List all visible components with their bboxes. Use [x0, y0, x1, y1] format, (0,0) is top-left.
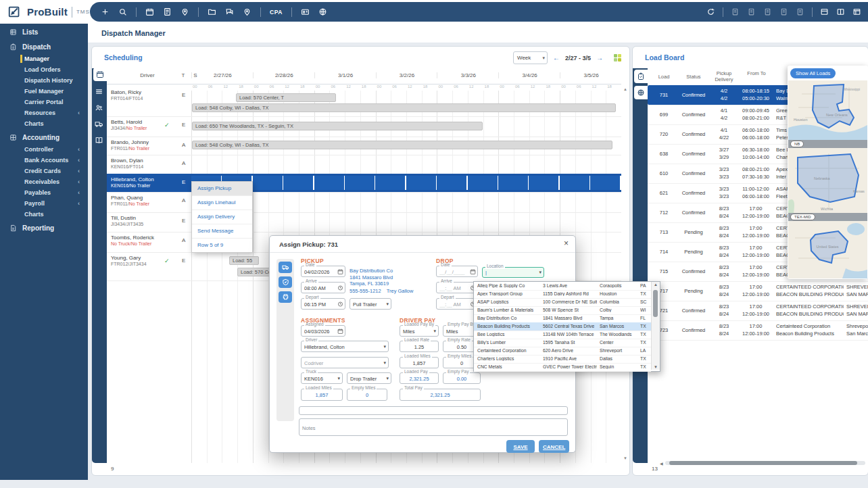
document-icon[interactable]: [763, 7, 772, 16]
sidebar-item-dispatch[interactable]: Dispatch: [0, 41, 88, 53]
grid-view-icon[interactable]: [614, 54, 621, 62]
view-select[interactable]: Week▾: [513, 51, 548, 64]
shield-button[interactable]: [279, 276, 292, 288]
window-layout-icon[interactable]: [852, 7, 861, 16]
cancel-button[interactable]: CANCEL: [539, 440, 569, 453]
sidebar-item-lists[interactable]: Lists: [0, 26, 88, 39]
codriver-select[interactable]: Codriver▾: [301, 357, 389, 368]
sidebar-item-payables[interactable]: Payables‹: [0, 187, 88, 198]
loads-tab[interactable]: [634, 70, 648, 83]
drop-depart-field[interactable]: Depart__:__ AM: [436, 298, 478, 310]
driver-row-brown-dylan[interactable]: Brown, Dylan KEN016/FT014A: [107, 155, 621, 174]
driver-row-brando-johnny[interactable]: Brando, Johnny FTR011/No TrailerALoad: 5…: [107, 137, 621, 155]
map-united-states[interactable]: United States: [788, 221, 867, 278]
globe-icon[interactable]: [318, 7, 327, 16]
load-bar[interactable]: Load: 548 Colby, WI - Dallas, TX: [192, 141, 612, 149]
sidebar-item-carrier-portal[interactable]: Carrier Portal: [0, 97, 88, 107]
sidebar-item-accounting[interactable]: Accounting: [0, 131, 88, 144]
loaded-pay-by-select[interactable]: Loaded Pay ByMiles▾: [400, 325, 439, 337]
scrollbar-thumb[interactable]: [653, 290, 658, 317]
dropdown-scrollbar[interactable]: ▲ ▼: [651, 282, 660, 370]
next-week-button[interactable]: →: [596, 55, 603, 62]
map-nebraska[interactable]: Nebraska Kansas Wichita: [788, 148, 867, 213]
sidebar-item-bank-accounts[interactable]: Bank Accounts‹: [0, 155, 88, 166]
save-button[interactable]: SAVE: [506, 440, 535, 453]
load-row-717[interactable]: 717 Pending 8/23 8/24 17:00 12:00-19:00 …: [648, 281, 868, 301]
context-menu-item-assign-linehaul[interactable]: Assign Linehaul: [192, 196, 252, 210]
book-icon[interactable]: [95, 136, 103, 145]
chat-icon[interactable]: [225, 7, 234, 16]
drop-location-select[interactable]: Location | ▾: [482, 267, 544, 278]
drop-date-field[interactable]: Date__/__/____: [436, 266, 478, 277]
drivers-icon[interactable]: [95, 103, 103, 112]
load-bar[interactable]: Load: 570 Center, T: [236, 93, 336, 102]
truck-select[interactable]: TruckKEN016▾: [301, 372, 343, 384]
sidebar-item-payroll[interactable]: Payroll‹: [0, 198, 88, 209]
document-icon[interactable]: [163, 7, 172, 16]
sidebar-item-charts[interactable]: Charts: [0, 209, 88, 220]
plus-icon[interactable]: [101, 7, 110, 16]
scrollbar-thumb[interactable]: [669, 461, 857, 465]
driver-row-baton-ricky[interactable]: Baton, Ricky FRT014/FT014ELoad: 570 Cent…: [107, 87, 621, 117]
selected-load-bar[interactable]: [191, 176, 621, 190]
document-icon[interactable]: [779, 7, 788, 16]
document-icon[interactable]: [796, 7, 804, 16]
driver-row-phan-quang[interactable]: Phan, Quang FTR011/No TrailerA: [107, 192, 621, 213]
id-card-icon[interactable]: [301, 7, 310, 16]
loaded-rate-field[interactable]: Loaded Rate1.25: [400, 341, 439, 352]
truck-button[interactable]: [279, 262, 292, 273]
panel-layout-icon[interactable]: [820, 7, 829, 16]
refresh-icon[interactable]: [706, 7, 715, 16]
driver-row-till-dustin[interactable]: Till, Dustin JI3434/JIT3435E: [107, 212, 621, 233]
assigned-date-field[interactable]: Assigned04/03/2026: [301, 325, 345, 337]
pickup-depart-field[interactable]: Depart06:15 PM: [301, 298, 345, 310]
context-menu-item-assign-pickup[interactable]: Assign Pickup: [192, 182, 252, 196]
load-bar[interactable]: Load: 650 The Woodlands, TX - Seguin, TX: [192, 122, 483, 130]
load-row-721[interactable]: 721 Confirmed 8/23 8/24 17:00 12:00-19:0…: [648, 301, 868, 321]
driver-select[interactable]: DriverHillebrand, Colton▾: [301, 341, 389, 352]
driver-row-hillebrand-colton[interactable]: Hillebrand, Colton KEN016/No TrailerE: [107, 174, 621, 193]
printer-button[interactable]: [279, 291, 292, 303]
menu-icon[interactable]: [95, 87, 103, 96]
location-option-cnc-metals[interactable]: CNC Metals GVEC Power Tower Electric V..…: [474, 363, 651, 372]
scroll-up-icon[interactable]: ▲: [654, 283, 658, 287]
scroll-left-icon[interactable]: ◀: [660, 461, 663, 466]
sidebar-item-load-orders[interactable]: Load Orders: [0, 64, 88, 75]
pickup-arrive-field[interactable]: Arrive08:00 AM: [301, 282, 345, 293]
sidebar-item-credit-cards[interactable]: Credit Cards‹: [0, 166, 88, 176]
truck-icon[interactable]: [95, 120, 103, 128]
drop-arrive-field[interactable]: Arrive__:__ AM: [436, 282, 478, 293]
pickup-trailer-select[interactable]: Pull Trailer▾: [349, 298, 391, 310]
horizontal-scrollbar[interactable]: [665, 461, 865, 465]
context-menu-item-send-message[interactable]: Send Message: [192, 224, 252, 239]
document-icon[interactable]: [747, 7, 756, 16]
load-bar[interactable]: Load: 548 Colby, WI - Dallas, TX: [192, 103, 616, 112]
scroll-down-icon[interactable]: ▼: [654, 365, 658, 369]
folder-icon[interactable]: [208, 7, 216, 16]
calendar-icon[interactable]: [145, 7, 154, 16]
notes-input[interactable]: Notes: [299, 418, 568, 436]
show-all-loads-button[interactable]: Show All Loads: [790, 68, 836, 78]
map-tab[interactable]: [634, 86, 648, 99]
sidebar-item-receivables[interactable]: Receivables‹: [0, 176, 88, 187]
driver-row-betts-harold[interactable]: Betts, Harold JI3434/No Trailer✓ELoad: 6…: [107, 116, 621, 137]
prev-week-button[interactable]: ←: [553, 55, 560, 62]
pickup-date-field[interactable]: Date04/02/2026: [301, 266, 345, 277]
scroll-up-icon[interactable]: ▲: [623, 87, 627, 91]
context-menu-item-row-5-of-9[interactable]: Row 5 of 9: [192, 239, 252, 252]
load-row-723[interactable]: 723 Confirmed 8/23 8/24 17:00 12:00-19:0…: [648, 320, 868, 341]
map-pin-icon[interactable]: [243, 7, 251, 16]
pay-loaded-miles-field[interactable]: Loaded Miles1,857: [400, 357, 439, 368]
calendar-tab[interactable]: [93, 68, 107, 81]
map-group-header-nb[interactable]: NB: [788, 140, 867, 148]
split-view-icon[interactable]: [836, 7, 845, 16]
close-icon[interactable]: ×: [564, 239, 569, 248]
search-icon[interactable]: [118, 7, 127, 16]
map-group-header-texmid[interactable]: TEX-MID: [788, 213, 867, 221]
scroll-down-icon[interactable]: ▼: [623, 456, 627, 460]
reference-input[interactable]: [299, 406, 568, 415]
sidebar-item-fuel-manager[interactable]: Fuel Manager: [0, 86, 88, 97]
load-bar[interactable]: Load: 55: [229, 256, 259, 265]
trailer-action-select[interactable]: Drop Trailer▾: [347, 372, 391, 384]
modal-header[interactable]: Assign Pickup: 731 ×: [270, 236, 575, 253]
